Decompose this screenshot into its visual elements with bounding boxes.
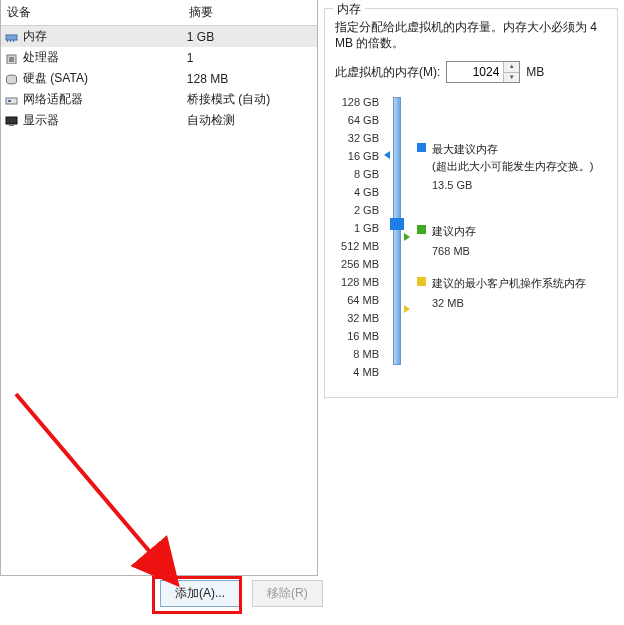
svg-rect-5 <box>9 57 14 62</box>
add-button[interactable]: 添加(A)... <box>160 580 240 607</box>
legend-max-note: (超出此大小可能发生内存交换。) <box>432 158 593 175</box>
memory-tick: 8 GB <box>335 165 383 183</box>
memory-tick: 128 MB <box>335 273 383 291</box>
device-name: 显示器 <box>19 110 183 131</box>
memory-icon <box>1 26 19 48</box>
svg-rect-0 <box>6 35 17 40</box>
swatch-green-icon <box>417 225 426 234</box>
memory-slider[interactable] <box>393 97 401 365</box>
memory-tick: 512 MB <box>335 237 383 255</box>
legend-min-title: 建议的最小客户机操作系统内存 <box>432 275 586 292</box>
svg-rect-8 <box>8 100 11 102</box>
device-summary: 1 <box>183 47 317 68</box>
memory-spinbox[interactable]: ▲ ▼ <box>446 61 520 83</box>
svg-rect-1 <box>7 40 8 42</box>
remove-button: 移除(R) <box>252 580 323 607</box>
memory-tick: 1 GB <box>335 219 383 237</box>
col-device[interactable]: 设备 <box>1 0 183 26</box>
legend-max-value: 13.5 GB <box>432 177 593 194</box>
memory-input[interactable] <box>447 62 503 82</box>
memory-tick: 4 MB <box>335 363 383 381</box>
min-marker-icon <box>404 305 410 313</box>
memory-tick: 16 GB <box>335 147 383 165</box>
hardware-row[interactable]: 处理器1 <box>1 47 317 68</box>
memory-tick: 16 MB <box>335 327 383 345</box>
spin-up-icon[interactable]: ▲ <box>504 62 519 73</box>
memory-description: 指定分配给此虚拟机的内存量。内存大小必须为 4 MB 的倍数。 <box>335 19 607 51</box>
hardware-list-pane: 设备 摘要 内存1 GB处理器1硬盘 (SATA)128 MB网络适配器桥接模式… <box>0 0 318 576</box>
swatch-yellow-icon <box>417 277 426 286</box>
device-name: 内存 <box>19 26 183 48</box>
memory-tick: 32 MB <box>335 309 383 327</box>
memory-unit: MB <box>526 65 544 79</box>
memory-slider-thumb[interactable] <box>390 218 404 230</box>
spin-down-icon[interactable]: ▼ <box>504 73 519 83</box>
svg-rect-7 <box>6 98 17 104</box>
memory-tick: 2 GB <box>335 201 383 219</box>
legend-min: 建议的最小客户机操作系统内存 32 MB <box>417 275 586 311</box>
disk-icon <box>1 68 19 89</box>
memory-group-title: 内存 <box>333 1 365 18</box>
legend-rec-title: 建议内存 <box>432 223 476 240</box>
hardware-row[interactable]: 硬盘 (SATA)128 MB <box>1 68 317 89</box>
legend-rec-value: 768 MB <box>432 243 476 260</box>
device-summary: 自动检测 <box>183 110 317 131</box>
legend-rec: 建议内存 768 MB <box>417 223 476 259</box>
device-summary: 1 GB <box>183 26 317 48</box>
svg-rect-10 <box>9 124 14 126</box>
legend-max: 最大建议内存 (超出此大小可能发生内存交换。) 13.5 GB <box>417 141 593 194</box>
legend-max-title: 最大建议内存 <box>432 141 593 158</box>
memory-tick: 256 MB <box>335 255 383 273</box>
memory-tick: 64 GB <box>335 111 383 129</box>
nic-icon <box>1 89 19 110</box>
memory-tick-labels: 128 GB64 GB32 GB16 GB8 GB4 GB2 GB1 GB512… <box>335 93 383 381</box>
max-marker-icon <box>384 151 390 159</box>
hardware-row[interactable]: 显示器自动检测 <box>1 110 317 131</box>
legend-min-value: 32 MB <box>432 295 586 312</box>
memory-tick: 4 GB <box>335 183 383 201</box>
cpu-icon <box>1 47 19 68</box>
memory-tick: 128 GB <box>335 93 383 111</box>
device-summary: 桥接模式 (自动) <box>183 89 317 110</box>
hardware-row[interactable]: 网络适配器桥接模式 (自动) <box>1 89 317 110</box>
rec-marker-icon <box>404 233 410 241</box>
device-name: 网络适配器 <box>19 89 183 110</box>
device-summary: 128 MB <box>183 68 317 89</box>
memory-tick: 64 MB <box>335 291 383 309</box>
device-name: 处理器 <box>19 47 183 68</box>
swatch-blue-icon <box>417 143 426 152</box>
display-icon <box>1 110 19 131</box>
memory-tick: 32 GB <box>335 129 383 147</box>
svg-rect-9 <box>6 117 17 124</box>
svg-rect-2 <box>10 40 11 42</box>
hardware-row[interactable]: 内存1 GB <box>1 26 317 48</box>
memory-field-label: 此虚拟机的内存(M): <box>335 64 440 81</box>
device-name: 硬盘 (SATA) <box>19 68 183 89</box>
col-summary[interactable]: 摘要 <box>183 0 317 26</box>
memory-tick: 8 MB <box>335 345 383 363</box>
svg-rect-3 <box>13 40 14 42</box>
hardware-table: 设备 摘要 内存1 GB处理器1硬盘 (SATA)128 MB网络适配器桥接模式… <box>1 0 317 131</box>
memory-groupbox: 内存 指定分配给此虚拟机的内存量。内存大小必须为 4 MB 的倍数。 此虚拟机的… <box>324 8 618 398</box>
